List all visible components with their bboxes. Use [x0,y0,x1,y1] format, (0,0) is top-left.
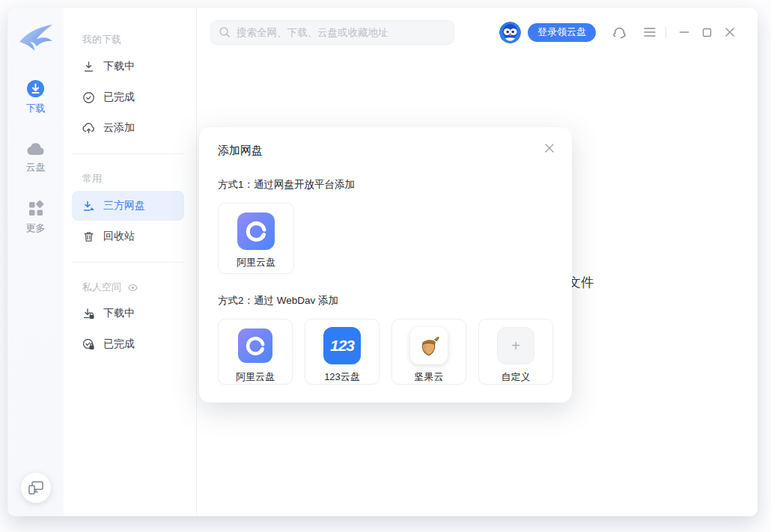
nav-divider [72,153,184,154]
method-2-cards: 阿里云盘 123 123云盘 坚果云 + 自定 [218,319,553,385]
app-window: 下载 云盘 更多 我的下载 [7,7,758,516]
menu-icon[interactable] [643,27,656,37]
drive-card-label: 阿里云盘 [237,256,275,269]
sidebar-nav: 我的下载 下载中 已完成 云添加 常用 三方网盘 [64,7,197,516]
aliyun-drive-icon [237,327,274,364]
rail-label-download: 下载 [26,102,46,115]
sidebar-item-third-party-drive[interactable]: 三方网盘 [72,191,184,221]
nav-header-my-downloads: 我的下载 [64,33,196,51]
sidebar-item-private-downloading[interactable]: 下载中 [72,299,184,328]
modal-close-icon[interactable] [542,141,557,156]
close-window-button[interactable] [725,27,735,37]
sidebar-item-label: 已完成 [103,91,135,104]
downloading-icon [82,61,95,73]
rail-label-cloud: 云盘 [26,161,46,174]
search-bar [210,20,454,45]
download-circle-icon [26,79,45,98]
drive-card-aliyun-webdav[interactable]: 阿里云盘 [218,319,293,385]
drive-card-custom[interactable]: + 自定义 [478,319,553,385]
minimize-button[interactable] [679,27,689,37]
nutstore-acorn-icon [410,327,448,364]
sidebar-item-cloud-add[interactable]: 云添加 [72,113,184,143]
123pan-icon: 123 [323,327,361,364]
sidebar-item-label: 回收站 [103,230,135,243]
method-2-label: 方式2：通过 WebDav 添加 [218,294,553,308]
drive-card-123pan[interactable]: 123 123云盘 [305,319,380,385]
avatar[interactable] [499,22,521,43]
rail-item-cloud[interactable]: 云盘 [26,141,46,174]
trash-icon [82,230,95,243]
left-rail: 下载 云盘 更多 [7,7,64,516]
sidebar-item-label: 下载中 [103,60,135,73]
private-downloading-lock-icon [82,308,95,320]
drive-card-aliyun-open[interactable]: 阿里云盘 [218,203,294,274]
sidebar-item-completed[interactable]: 已完成 [72,82,184,112]
more-grid-icon [27,200,45,218]
sidebar-item-label: 云添加 [103,121,135,135]
background-text-fragment: 文件 [568,274,594,291]
rail-item-more[interactable]: 更多 [26,200,46,235]
eye-icon[interactable] [127,282,138,293]
sidebar-item-private-completed[interactable]: 已完成 [72,329,184,359]
rail-item-download[interactable]: 下载 [26,79,46,115]
sidebar-item-downloading[interactable]: 下载中 [72,52,184,82]
sidebar-item-label: 已完成 [103,337,135,351]
support-headset-icon[interactable] [612,25,627,40]
drive-card-label: 坚果云 [415,370,444,384]
sidebar-item-label: 三方网盘 [103,199,145,213]
add-cloud-drive-modal: 添加网盘 方式1：通过网盘开放平台添加 阿里云盘 方式2：通过 WebDav 添… [199,127,572,403]
device-transfer-icon [28,480,44,495]
method-1-label: 方式1：通过网盘开放平台添加 [218,178,553,192]
search-icon [219,26,231,38]
method-1-cards: 阿里云盘 [218,203,553,274]
login-button[interactable]: 登录领云盘 [528,23,596,42]
nav-header-common: 常用 [64,172,196,190]
cloud-add-icon [82,122,95,135]
drive-card-label: 123云盘 [324,370,360,384]
thunder-bird-logo [15,19,57,54]
maximize-button[interactable] [702,28,712,37]
modal-title: 添加网盘 [218,144,553,158]
rail-label-more: 更多 [26,221,46,235]
nav-divider [72,262,184,263]
sidebar-item-label: 下载中 [103,307,135,320]
topbar-separator [665,27,666,38]
custom-plus-icon: + [497,327,534,364]
search-input[interactable] [210,20,454,45]
drive-card-label: 自定义 [502,370,531,384]
sidebar-item-recycle-bin[interactable]: 回收站 [72,221,184,251]
device-transfer-button[interactable] [21,473,51,503]
completed-icon [82,91,95,104]
drive-card-nutstore[interactable]: 坚果云 [391,319,466,385]
private-completed-lock-icon [82,338,95,351]
third-party-drive-icon [82,200,95,213]
cloud-icon [26,141,46,157]
topbar: 登录领云盘 [197,7,758,57]
nav-header-private-space: 私人空间 [82,281,121,294]
aliyun-drive-icon [237,213,275,250]
drive-card-label: 阿里云盘 [236,370,275,384]
